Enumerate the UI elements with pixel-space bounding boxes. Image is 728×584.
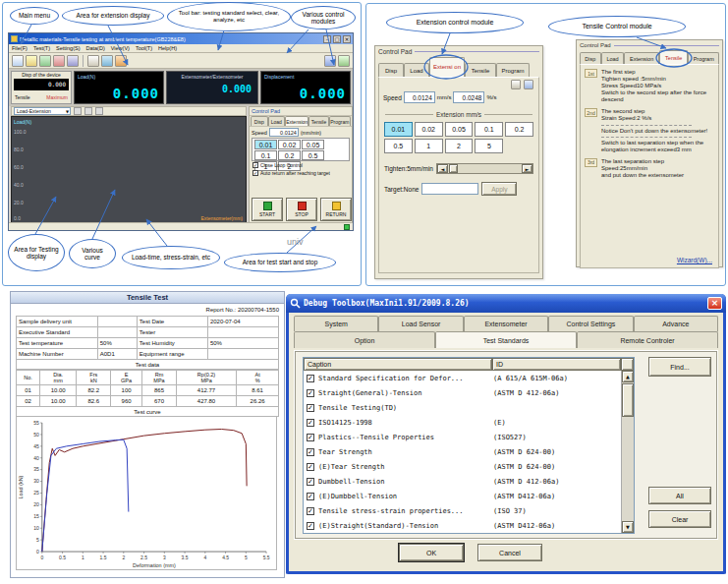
- column-header-id[interactable]: ID: [492, 358, 621, 371]
- pad-speed-input[interactable]: 0.0124: [269, 128, 299, 137]
- checkbox-checked-icon[interactable]: ✓: [252, 162, 258, 168]
- menu-setting[interactable]: Setting(S): [56, 45, 80, 51]
- checkbox-checked-icon[interactable]: ✓: [307, 478, 314, 486]
- pad-tab-disp[interactable]: Disp: [251, 116, 268, 126]
- all-button[interactable]: All: [648, 487, 711, 504]
- report-titlebar[interactable]: Tensile Test: [11, 292, 284, 304]
- standard-list-item[interactable]: ✓(E)Dumbbell-Tension(ASTM D412-06a): [304, 489, 621, 503]
- checkbox-checked-icon[interactable]: ✓: [307, 434, 314, 441]
- speed-preset-button[interactable]: 0.2: [278, 150, 301, 160]
- menu-tool[interactable]: Tool(T): [136, 45, 152, 51]
- wizard-link[interactable]: Wizard(W)...: [677, 257, 712, 263]
- slider-track[interactable]: [448, 164, 522, 173]
- maximize-button[interactable]: □: [333, 35, 341, 43]
- zoom-in-icon[interactable]: [74, 107, 82, 115]
- live-plot[interactable]: Load(N) 100.0 80.0 60.0 40.0 20.0 0.0 Ex…: [11, 116, 247, 224]
- scroll-thumb[interactable]: [622, 383, 634, 417]
- toolbar-icon-2[interactable]: [26, 55, 37, 67]
- list-scrollbar[interactable]: ▲ ▼: [621, 371, 634, 533]
- target-input[interactable]: [421, 183, 478, 195]
- speed-mm-input[interactable]: 0.0124: [404, 91, 435, 103]
- checkbox-checked-icon[interactable]: ✓: [307, 463, 314, 471]
- curve-type-combo[interactable]: Load-Extension▼: [14, 107, 71, 115]
- edit-icon[interactable]: [95, 107, 103, 115]
- standard-list-item[interactable]: ✓Tensile Testing(TD): [304, 400, 621, 415]
- column-header-caption[interactable]: Caption: [304, 358, 492, 371]
- checkbox-checked-icon[interactable]: ✓: [307, 419, 314, 427]
- start-button[interactable]: START: [252, 198, 283, 221]
- ext-speed-button[interactable]: 0.05: [445, 122, 474, 137]
- zoom-out-icon[interactable]: [84, 107, 92, 115]
- tab-disp[interactable]: Disp: [580, 52, 601, 64]
- scroll-up-arrow[interactable]: ▲: [622, 371, 634, 382]
- tab-tensile[interactable]: Tensile: [659, 50, 689, 64]
- pad-tab-program[interactable]: Program: [329, 116, 351, 126]
- tab-system[interactable]: System: [294, 316, 378, 331]
- ext-speed-button[interactable]: 0.01: [384, 122, 413, 137]
- speed-preset-button[interactable]: 0.01: [254, 140, 277, 149]
- ext-speed-button[interactable]: 2: [445, 139, 474, 153]
- slider-thumb[interactable]: [449, 164, 458, 173]
- pad-tab-load[interactable]: Load: [268, 116, 286, 126]
- checkbox-checked-icon[interactable]: ✓: [307, 507, 314, 515]
- print-icon[interactable]: [511, 80, 521, 89]
- close-button[interactable]: ×: [707, 297, 722, 310]
- ext-speed-button[interactable]: 0.5: [384, 139, 413, 153]
- tab-test-standards[interactable]: Test Standards: [435, 331, 577, 348]
- standard-list-item[interactable]: ✓Straight(General)-Tension(ASTM D 412-06…: [304, 385, 621, 400]
- tab-remote-controler[interactable]: Remote Controler: [577, 331, 718, 348]
- menu-view[interactable]: View(V): [111, 45, 130, 51]
- tighten-slider[interactable]: ◄ ►: [436, 163, 533, 174]
- toolbar-icon-4[interactable]: [53, 55, 65, 67]
- tab-program[interactable]: Program: [496, 63, 530, 77]
- speed-pct-input[interactable]: 0.0248: [453, 91, 484, 103]
- debug-titlebar[interactable]: Debug Toolbox(MaxIni1.91/2009.8.26) ×: [286, 294, 726, 313]
- report-icon[interactable]: [524, 80, 533, 89]
- ok-button[interactable]: OK: [399, 544, 464, 561]
- speed-preset-button[interactable]: 0.05: [302, 140, 324, 149]
- toolbar-icon-3[interactable]: [39, 55, 51, 67]
- tab-program[interactable]: Program: [688, 52, 719, 64]
- close-button[interactable]: ×: [343, 35, 351, 43]
- standard-list-item[interactable]: ✓Tear Strength(ASTM D 624-00): [304, 444, 621, 459]
- checkbox-checked-icon[interactable]: ✓: [307, 493, 314, 500]
- clear-button[interactable]: Clear: [648, 510, 711, 528]
- tab-extensometer[interactable]: Extensometer: [464, 316, 548, 331]
- checkbox-checked-icon[interactable]: ✓: [307, 389, 314, 397]
- return-button[interactable]: RETURN: [320, 198, 352, 221]
- checkbox-checked-icon[interactable]: ✓: [307, 522, 314, 530]
- standard-list-item[interactable]: ✓Standard Specification for Defor...(A 6…: [304, 371, 621, 385]
- standard-list-item[interactable]: ✓Plastics--Tensile Properties(ISO527): [304, 430, 621, 444]
- menu-test[interactable]: Test(T): [33, 45, 50, 51]
- ext-speed-button[interactable]: 0.1: [475, 122, 503, 137]
- app-titlebar[interactable]: Metallic materials-Tensile testing at am…: [9, 33, 353, 44]
- speed-preset-button[interactable]: 0.02: [278, 140, 301, 149]
- speed-preset-button[interactable]: 0.5: [302, 150, 324, 160]
- toolbar-icon-5[interactable]: [67, 55, 79, 67]
- slider-left-arrow[interactable]: ◄: [437, 164, 448, 173]
- slider-right-arrow[interactable]: ►: [522, 164, 532, 173]
- toolbar-icon-1[interactable]: [12, 55, 24, 67]
- menu-help[interactable]: Help(H): [158, 45, 177, 51]
- standard-list-item[interactable]: ✓Tensile stress-strain properties...(ISO…: [304, 503, 621, 518]
- checkbox-checked-icon[interactable]: ✓: [307, 375, 314, 382]
- ext-speed-button[interactable]: 5: [475, 139, 503, 153]
- toolbar-icon-8[interactable]: [115, 55, 127, 67]
- checkbox-checked-icon[interactable]: ✓: [307, 404, 314, 412]
- toolbar-icon-10[interactable]: [338, 55, 350, 67]
- tab-tensile[interactable]: Tensile: [465, 63, 496, 77]
- tab-advance[interactable]: Advance: [634, 316, 718, 331]
- tab-control-settings[interactable]: Control Settings: [548, 316, 633, 331]
- standard-list-item[interactable]: ✓(E)Straight(Standard)-Tension(ASTM D412…: [304, 518, 621, 533]
- standard-list-item[interactable]: ✓Dumbbell-Tension(ASTM D 412-06a): [304, 474, 621, 489]
- standard-list-item[interactable]: ✓ISO14125-1998(E): [304, 415, 621, 430]
- checkbox-checked-icon[interactable]: ✓: [307, 448, 314, 456]
- standard-list-item[interactable]: ✓(E)Tear Strength(ASTM D 624-00): [304, 459, 621, 474]
- tab-option[interactable]: Option: [294, 331, 435, 348]
- ext-speed-button[interactable]: 0.2: [505, 122, 533, 137]
- tab-load[interactable]: Load: [601, 52, 625, 64]
- cancel-button[interactable]: Cancel: [477, 544, 542, 561]
- checkbox-checked-icon[interactable]: ✓: [252, 170, 258, 176]
- ext-speed-button[interactable]: 1: [415, 139, 443, 153]
- ext-speed-button[interactable]: 0.02: [415, 122, 443, 137]
